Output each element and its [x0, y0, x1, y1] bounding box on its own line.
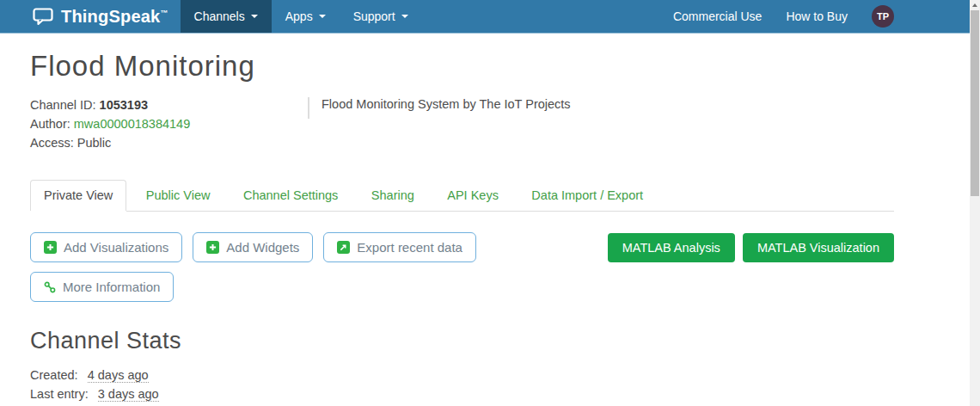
main-content: Flood Monitoring Channel ID: 1053193 Aut…: [30, 50, 894, 406]
add-visualizations-button[interactable]: Add Visualizations: [30, 232, 182, 262]
tab-public-view[interactable]: Public View: [132, 180, 224, 211]
caret-down-icon: [251, 15, 258, 18]
export-recent-data-button[interactable]: Export recent data: [323, 232, 476, 262]
nav-item-support[interactable]: Support: [340, 0, 422, 33]
triangle-up-icon: [972, 3, 977, 7]
top-navbar: ThingSpeak™ Channels Apps Support Commer…: [0, 0, 970, 34]
trademark-symbol: ™: [160, 9, 168, 17]
matlab-visualization-button[interactable]: MATLAB Visualization: [743, 233, 894, 262]
more-information-button[interactable]: More Information: [30, 272, 174, 302]
nav-item-label: Channels: [194, 9, 245, 23]
nav-item-apps[interactable]: Apps: [272, 0, 340, 33]
stat-value: 4 days ago: [88, 368, 149, 383]
channel-info: Channel ID: 1053193 Author: mwa000001838…: [30, 95, 894, 152]
button-label: More Information: [63, 280, 160, 294]
channel-id-row: Channel ID: 1053193: [30, 95, 308, 114]
channel-stats-heading: Channel Stats: [30, 328, 894, 354]
nav-item-channels[interactable]: Channels: [181, 0, 272, 33]
vertical-scrollbar[interactable]: [970, 0, 980, 406]
toolbar-row-2: More Information: [30, 272, 894, 302]
button-label: Export recent data: [357, 240, 462, 255]
stat-row-last-entry: Last entry: 3 days ago: [30, 384, 894, 403]
caret-down-icon: [401, 15, 408, 18]
stat-label: Last entry:: [30, 387, 89, 401]
stat-row-created: Created: 4 days ago: [30, 366, 894, 384]
tab-private-view[interactable]: Private View: [30, 180, 126, 211]
matlab-analysis-button[interactable]: MATLAB Analysis: [608, 233, 735, 262]
channel-meta: Channel ID: 1053193 Author: mwa000001838…: [30, 95, 308, 152]
plus-square-icon: [44, 241, 57, 254]
author-row: Author: mwa0000018384149: [30, 114, 308, 133]
vertical-divider: [308, 97, 309, 119]
plus-square-icon: [206, 241, 219, 254]
tab-data-import-export[interactable]: Data Import / Export: [518, 180, 657, 211]
channel-stats: Created: 4 days ago Last entry: 3 days a…: [30, 366, 894, 406]
channel-tabs: Private View Public View Channel Setting…: [30, 180, 894, 212]
toolbar-row-1: Add Visualizations Add Widgets Export re…: [30, 232, 894, 262]
page-title: Flood Monitoring: [30, 50, 894, 83]
how-to-buy-link[interactable]: How to Buy: [786, 9, 848, 23]
add-widgets-button[interactable]: Add Widgets: [193, 232, 313, 262]
access-label: Access:: [30, 136, 74, 150]
tab-channel-settings[interactable]: Channel Settings: [230, 180, 352, 211]
user-avatar[interactable]: TP: [872, 5, 894, 28]
nav-item-label: Apps: [285, 9, 313, 23]
stat-value: 3 days ago: [98, 387, 159, 402]
export-square-icon: [337, 241, 350, 254]
tab-sharing[interactable]: Sharing: [358, 180, 428, 211]
scroll-up-button[interactable]: [970, 0, 980, 10]
caret-down-icon: [319, 15, 326, 18]
nav-item-label: Support: [353, 9, 395, 23]
channel-id-label: Channel ID:: [30, 98, 96, 112]
channel-description: Flood Monitoring System by The IoT Proje…: [322, 95, 571, 152]
scrollbar-thumb[interactable]: [971, 10, 979, 196]
tab-api-keys[interactable]: API Keys: [433, 180, 512, 211]
author-link[interactable]: mwa0000018384149: [74, 117, 190, 131]
stat-label: Created:: [30, 368, 78, 382]
author-label: Author:: [30, 117, 70, 131]
button-label: Add Widgets: [226, 240, 299, 255]
access-value: Public: [77, 136, 112, 150]
link-icon: [44, 281, 56, 293]
access-row: Access: Public: [30, 133, 308, 152]
matlab-buttons: MATLAB Analysis MATLAB Visualization: [600, 233, 894, 262]
channel-id-value: 1053193: [100, 98, 148, 112]
brand-name: ThingSpeak™: [61, 7, 168, 27]
navbar-right: Commercial Use How to Buy TP: [673, 0, 894, 33]
thingspeak-brand[interactable]: ThingSpeak™: [33, 0, 168, 33]
commercial-use-link[interactable]: Commercial Use: [673, 9, 762, 23]
speech-bubble-icon: [33, 8, 54, 26]
button-label: Add Visualizations: [64, 240, 168, 255]
